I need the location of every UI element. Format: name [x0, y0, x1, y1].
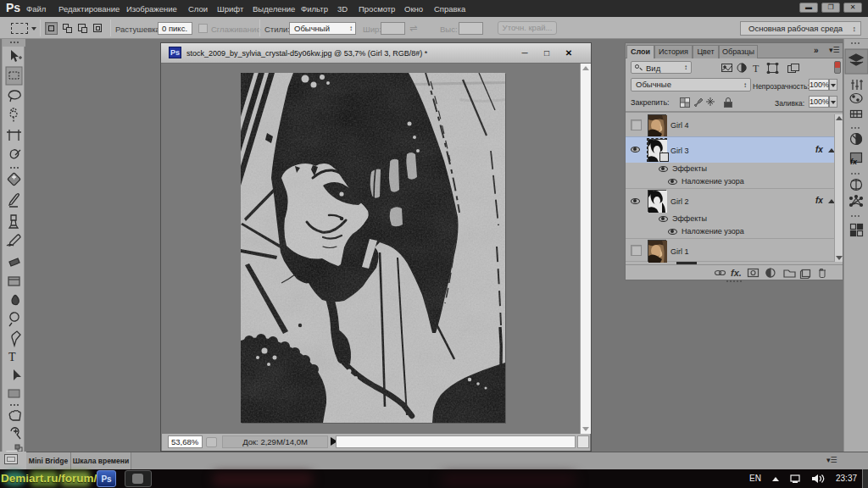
svg-text:T: T	[8, 351, 16, 363]
svg-text:fx: fx	[850, 158, 858, 166]
svg-text:fx.: fx.	[731, 268, 742, 278]
svg-text:T: T	[753, 63, 760, 74]
